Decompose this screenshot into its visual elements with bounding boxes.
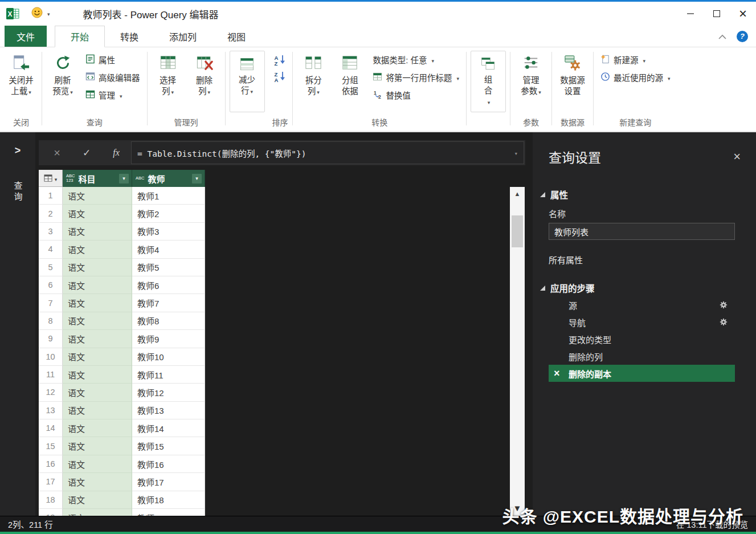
subject-cell[interactable]: 语文: [63, 330, 132, 348]
subject-cell[interactable]: 语文: [63, 437, 132, 455]
subject-cell[interactable]: 语文: [63, 240, 132, 258]
formula-input[interactable]: = Table.Distinct(删除的列, {"教师"}): [131, 141, 524, 164]
help-icon[interactable]: ?: [737, 31, 748, 42]
table-row[interactable]: 3 语文 教师3: [39, 223, 509, 240]
ribbon-tab[interactable]: 开始: [55, 26, 105, 47]
subject-cell[interactable]: 语文: [63, 205, 132, 222]
table-row[interactable]: 7 语文 教师7: [39, 294, 509, 312]
properties-button[interactable]: 属性: [81, 51, 145, 68]
row-number-cell[interactable]: 19: [39, 509, 63, 516]
subject-cell[interactable]: 语文: [63, 455, 132, 473]
collapse-ribbon-icon[interactable]: [718, 31, 726, 42]
teacher-cell[interactable]: 教师9: [132, 330, 205, 348]
cancel-formula-icon[interactable]: [42, 146, 72, 160]
subject-cell[interactable]: 语文: [63, 276, 132, 294]
applied-step[interactable]: 删除的副本: [549, 365, 735, 382]
subject-cell[interactable]: 语文: [63, 473, 132, 491]
table-row[interactable]: 18 语文 教师18: [39, 491, 509, 509]
choose-columns-button[interactable]: 选择 列: [150, 50, 186, 97]
table-row[interactable]: 4 语文 教师4: [39, 240, 509, 258]
table-row[interactable]: 9 语文 教师9: [39, 330, 509, 348]
fx-icon[interactable]: fx: [101, 148, 131, 158]
teacher-cell[interactable]: 教师8: [132, 312, 205, 330]
sort-ascending-button[interactable]: AZ: [272, 54, 288, 67]
teacher-cell[interactable]: 教师3: [132, 223, 205, 240]
row-number-cell[interactable]: 15: [39, 437, 63, 455]
step-settings-gear-icon[interactable]: [720, 301, 728, 309]
teacher-cell[interactable]: 教师18: [132, 491, 205, 509]
column-type-any-icon[interactable]: ABC 123: [66, 174, 75, 184]
row-number-cell[interactable]: 11: [39, 366, 63, 384]
step-settings-gear-icon[interactable]: [720, 318, 728, 326]
expand-queries-pane-icon[interactable]: [0, 145, 35, 157]
subject-cell[interactable]: 语文: [63, 491, 132, 509]
row-number-cell[interactable]: 18: [39, 491, 63, 509]
row-number-cell[interactable]: 8: [39, 312, 63, 330]
sort-descending-button[interactable]: ZA: [272, 71, 288, 84]
teacher-cell[interactable]: 教师1: [132, 187, 205, 205]
ribbon-tab[interactable]: 添加列: [154, 26, 212, 47]
teacher-cell[interactable]: 教师13: [132, 402, 205, 419]
subject-cell[interactable]: 语文: [63, 402, 132, 419]
data-source-settings-button[interactable]: 数据源 设置: [554, 50, 591, 97]
row-number-cell[interactable]: 7: [39, 294, 63, 312]
table-row[interactable]: 12 语文 教师12: [39, 384, 509, 401]
row-number-cell[interactable]: 4: [39, 240, 63, 258]
manage-parameters-button[interactable]: 管理 参数: [513, 50, 549, 97]
subject-cell[interactable]: 语文: [63, 223, 132, 240]
table-row[interactable]: 2 语文 教师2: [39, 205, 509, 222]
teacher-cell[interactable]: 教师7: [132, 294, 205, 312]
qat-dropdown-icon[interactable]: [46, 11, 50, 17]
table-row[interactable]: 16 语文 教师16: [39, 455, 509, 473]
table-row[interactable]: 6 语文 教师6: [39, 276, 509, 294]
teacher-cell[interactable]: 教师14: [132, 419, 205, 437]
row-number-cell[interactable]: 2: [39, 205, 63, 222]
table-row[interactable]: 17 语文 教师17: [39, 473, 509, 491]
all-properties-link[interactable]: 所有属性: [549, 254, 740, 266]
table-row[interactable]: 1 语文 教师1: [39, 187, 509, 205]
select-all-cell[interactable]: [39, 170, 63, 187]
applied-step[interactable]: 源: [549, 296, 735, 313]
row-number-cell[interactable]: 1: [39, 187, 63, 205]
minimize-button[interactable]: [677, 2, 704, 26]
teacher-cell[interactable]: 教师15: [132, 437, 205, 455]
properties-section-header[interactable]: 属性: [540, 188, 740, 201]
row-number-cell[interactable]: 12: [39, 384, 63, 401]
teacher-cell[interactable]: 教师16: [132, 455, 205, 473]
ribbon-tab[interactable]: 转换: [105, 26, 154, 47]
filter-button[interactable]: [119, 174, 129, 184]
filter-button[interactable]: [192, 174, 202, 184]
group-by-button[interactable]: 分组 依据: [332, 50, 368, 97]
table-row[interactable]: 10 语文 教师10: [39, 348, 509, 366]
vertical-scrollbar[interactable]: [510, 187, 525, 516]
subject-cell[interactable]: 语文: [63, 294, 132, 312]
teacher-cell[interactable]: 教师19: [132, 509, 205, 516]
column-header-teacher[interactable]: ABC 教师: [132, 170, 205, 187]
row-number-cell[interactable]: 17: [39, 473, 63, 491]
table-row[interactable]: 8 语文 教师8: [39, 312, 509, 330]
close-and-load-button[interactable]: 关闭并 上载: [3, 50, 39, 97]
scrollbar-thumb[interactable]: [512, 215, 523, 247]
row-number-cell[interactable]: 16: [39, 455, 63, 473]
applied-step[interactable]: 删除的列: [549, 348, 735, 365]
manage-button[interactable]: 管理: [81, 86, 145, 104]
teacher-cell[interactable]: 教师12: [132, 384, 205, 401]
replace-values-button[interactable]: 1 2 替换值: [368, 86, 464, 104]
table-row[interactable]: 14 语文 教师14: [39, 419, 509, 437]
row-number-cell[interactable]: 10: [39, 348, 63, 366]
refresh-preview-button[interactable]: 刷新 预览: [44, 50, 81, 97]
subject-cell[interactable]: 语文: [63, 348, 132, 366]
column-type-text-icon[interactable]: ABC: [136, 176, 144, 181]
teacher-cell[interactable]: 教师17: [132, 473, 205, 491]
row-number-cell[interactable]: 14: [39, 419, 63, 437]
teacher-cell[interactable]: 教师6: [132, 276, 205, 294]
data-type-button[interactable]: 数据类型: 任意: [368, 51, 464, 68]
formula-dropdown-icon[interactable]: [514, 148, 518, 157]
teacher-cell[interactable]: 教师10: [132, 348, 205, 366]
table-row[interactable]: 5 语文 教师5: [39, 259, 509, 276]
delete-step-icon[interactable]: [554, 368, 560, 378]
teacher-cell[interactable]: 教师5: [132, 259, 205, 276]
reduce-rows-button[interactable]: 减少 行: [230, 51, 265, 112]
ribbon-tab[interactable]: 视图: [212, 26, 261, 47]
new-source-button[interactable]: 新建源: [596, 51, 675, 68]
